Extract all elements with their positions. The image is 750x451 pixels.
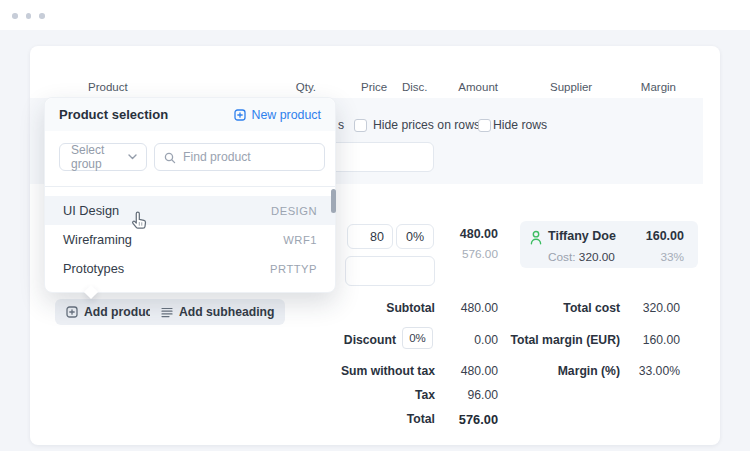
- subtotal-value: 480.00: [461, 301, 498, 315]
- product-list-item[interactable]: Wireframing WRF1: [45, 225, 335, 254]
- column-header-disc: Disc.: [402, 81, 428, 93]
- row-amount-with-tax: 576.00: [462, 247, 498, 261]
- column-header-product: Product: [88, 81, 128, 93]
- subtotal-label: Subtotal: [386, 301, 435, 315]
- hide-prices-label[interactable]: Hide prices on rows: [373, 118, 480, 132]
- find-product-search: [154, 143, 325, 171]
- new-product-label: New product: [251, 108, 321, 122]
- find-product-input[interactable]: [155, 144, 324, 170]
- window-titlebar: [0, 0, 750, 30]
- column-header-price: Price: [361, 81, 387, 93]
- column-header-margin: Margin: [641, 81, 676, 93]
- supplier-cost: Cost: 320.00: [548, 250, 615, 264]
- supplier-person-icon: [529, 230, 543, 246]
- column-header-supplier: Supplier: [550, 81, 592, 93]
- supplier-margin-value: 160.00: [646, 229, 684, 243]
- discount-input[interactable]: [396, 224, 434, 249]
- total-value: 576.00: [459, 412, 498, 427]
- product-list-item[interactable]: UI Design DESIGN: [45, 196, 335, 225]
- product-list: UI Design DESIGN Wireframing WRF1 Protot…: [45, 187, 335, 283]
- total-discount-input[interactable]: [402, 327, 433, 349]
- product-list-item[interactable]: Prototypes PRTTYP: [45, 254, 335, 283]
- supplier-cost-value: 320.00: [579, 250, 615, 264]
- product-code: DESIGN: [271, 205, 317, 217]
- window-dot-icon[interactable]: [26, 13, 32, 19]
- hide-prices-checkbox[interactable]: [354, 119, 367, 132]
- tax-value: 96.00: [468, 388, 499, 402]
- popup-header: Product selection New product: [45, 98, 335, 131]
- supplier-cost-label: Cost:: [548, 250, 576, 264]
- popup-scrollbar-thumb[interactable]: [331, 189, 336, 213]
- tax-label: Tax: [415, 388, 435, 402]
- total-cost-label: Total cost: [563, 301, 620, 315]
- hide-rows-checkbox[interactable]: [478, 119, 491, 132]
- price-input[interactable]: [347, 224, 393, 249]
- clipped-option-label: s: [338, 118, 344, 132]
- margin-pct-label: Margin (%): [558, 364, 620, 378]
- new-product-button[interactable]: New product: [234, 108, 321, 122]
- group-select-dropdown[interactable]: Select group: [59, 143, 147, 171]
- hide-rows-label[interactable]: Hide rows: [493, 118, 547, 132]
- product-code: WRF1: [283, 234, 317, 246]
- window-dot-icon[interactable]: [12, 13, 18, 19]
- plus-square-icon: [66, 306, 78, 318]
- sum-without-tax-label: Sum without tax: [341, 364, 435, 378]
- supplier-card[interactable]: Tiffany Doe 160.00 Cost: 320.00 33%: [520, 221, 698, 268]
- total-margin-value: 160.00: [643, 333, 680, 347]
- product-name: UI Design: [63, 203, 271, 218]
- product-selection-popup: Product selection New product Select gro…: [44, 97, 336, 293]
- total-cost-value: 320.00: [643, 301, 680, 315]
- product-code: PRTTYP: [270, 263, 317, 275]
- supplier-margin-percent: 33%: [660, 250, 684, 264]
- add-subheading-label: Add subheading: [179, 305, 274, 319]
- product-name: Prototypes: [63, 261, 270, 276]
- chevron-down-icon: [128, 154, 137, 160]
- add-subheading-button[interactable]: Add subheading: [150, 299, 285, 325]
- sum-without-tax-value: 480.00: [461, 364, 498, 378]
- product-name: Wireframing: [63, 232, 283, 247]
- column-header-amount: Amount: [458, 81, 498, 93]
- window-dot-icon[interactable]: [39, 13, 45, 19]
- group-select-value: Select group: [71, 143, 128, 171]
- subheading-lines-icon: [161, 307, 173, 318]
- plus-square-icon: [234, 109, 246, 121]
- row-amount: 480.00: [460, 227, 498, 241]
- supplier-name: Tiffany Doe: [548, 229, 616, 243]
- discount-value: 0.00: [474, 333, 498, 347]
- window-controls[interactable]: [12, 13, 45, 19]
- popup-title: Product selection: [59, 107, 234, 122]
- row-secondary-input[interactable]: [345, 256, 435, 286]
- total-margin-label: Total margin (EUR): [511, 333, 620, 347]
- discount-label: Discount: [344, 333, 396, 347]
- total-label: Total: [407, 412, 435, 426]
- app-screen: Product Qty. Price Disc. Amount Supplier…: [0, 0, 750, 451]
- margin-pct-value: 33.00%: [639, 364, 680, 378]
- column-header-qty: Qty.: [296, 81, 316, 93]
- add-product-label: Add product: [84, 305, 156, 319]
